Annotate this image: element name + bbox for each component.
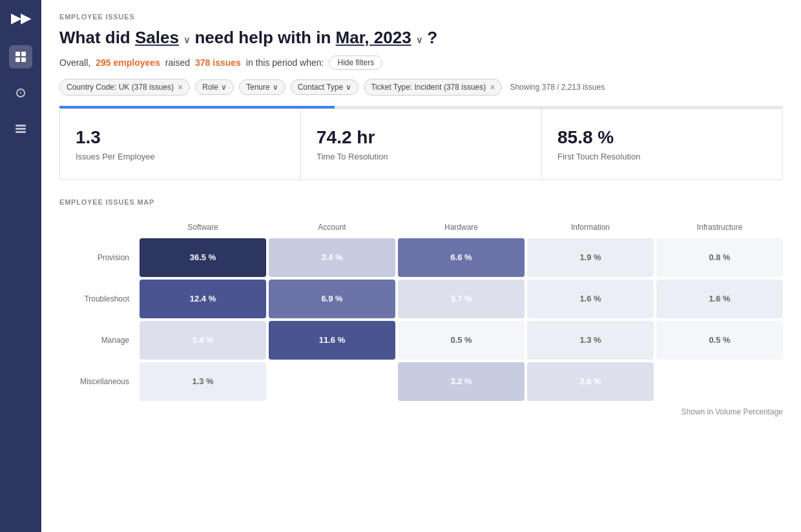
- kpi-row: 1.3 Issues Per Employee 74.2 hr Time To …: [59, 108, 783, 180]
- kpi-time-to-resolution: 74.2 hr Time To Resolution: [301, 109, 542, 179]
- kpi-label-1: Issues Per Employee: [76, 152, 285, 161]
- tenure-dropdown-icon: ∨: [273, 83, 278, 92]
- heatmap-section: EMPLOYEE ISSUES MAP SoftwareAccountHardw…: [59, 198, 783, 416]
- sidebar: ▶▶: [0, 0, 41, 532]
- filter-country[interactable]: Country Code: UK (378 issues) ×: [59, 79, 190, 96]
- sidebar-item-gauge[interactable]: [9, 81, 32, 105]
- title-entity[interactable]: Sales: [135, 28, 179, 47]
- kpi-value-2: 74.2 hr: [317, 127, 526, 148]
- filter-contact-type-label: Contact Type: [298, 83, 344, 92]
- entity-dropdown-icon[interactable]: ∨: [183, 35, 190, 45]
- svg-rect-1: [21, 52, 26, 56]
- logo-icon: ▶▶: [11, 10, 30, 26]
- kpi-issues-per-employee: 1.3 Issues Per Employee: [60, 109, 301, 179]
- svg-rect-4: [16, 125, 26, 127]
- subtitle: Overall, 295 employees raised 378 issues…: [59, 56, 783, 70]
- heatmap-row-label-3: Miscellaneous: [59, 362, 137, 401]
- heatmap-cell-1-1[interactable]: 6.9 %: [269, 280, 395, 318]
- contact-type-dropdown-icon: ∨: [346, 83, 351, 92]
- kpi-value-3: 85.8 %: [557, 127, 767, 148]
- sidebar-item-table[interactable]: [9, 118, 32, 141]
- heatmap-cell-3-3[interactable]: 2.6 %: [527, 362, 654, 401]
- heatmap-cell-1-0[interactable]: 12.4 %: [140, 280, 266, 318]
- title-mid: need help with in: [194, 28, 335, 47]
- heatmap-row-label-2: Manage: [59, 321, 137, 360]
- svg-rect-0: [16, 52, 20, 56]
- filter-country-label: Country Code: UK (378 issues): [67, 83, 174, 92]
- date-dropdown-icon[interactable]: ∨: [416, 35, 422, 45]
- title-prefix: What did: [59, 28, 130, 47]
- title-suffix: ?: [427, 28, 437, 47]
- heatmap-cell-3-1[interactable]: [269, 362, 395, 401]
- filter-tenure[interactable]: Tenure ∨: [239, 79, 286, 95]
- heatmap-cell-2-3[interactable]: 1.3 %: [527, 321, 654, 360]
- filter-ticket-type-close[interactable]: ×: [490, 82, 495, 92]
- filter-tenure-label: Tenure: [246, 83, 270, 92]
- heatmap-col-header-0: Software: [140, 219, 266, 236]
- page-title: What did Sales ∨ need help with in Mar, …: [59, 27, 783, 49]
- subtitle-mid: raised: [165, 57, 190, 68]
- svg-rect-3: [21, 57, 26, 62]
- filter-ticket-type-label: Ticket Type: Incident (378 issues): [371, 83, 486, 92]
- heatmap-grid: SoftwareAccountHardwareInformationInfras…: [59, 219, 783, 401]
- kpi-label-3: First Touch Resolution: [557, 152, 767, 161]
- svg-rect-2: [16, 57, 20, 62]
- heatmap-cell-1-3[interactable]: 1.6 %: [527, 280, 654, 318]
- subtitle-suffix: in this period when:: [246, 57, 324, 68]
- heatmap-cell-0-3[interactable]: 1.9 %: [527, 238, 654, 277]
- main-content: EMPLOYEE ISSUES What did Sales ∨ need he…: [41, 0, 801, 532]
- title-date[interactable]: Mar, 2023: [336, 28, 411, 47]
- heatmap-cell-3-2[interactable]: 3.2 %: [398, 362, 525, 401]
- heatmap-cell-1-2[interactable]: 3.7 %: [398, 280, 525, 318]
- heatmap-cell-0-1[interactable]: 3.4 %: [269, 238, 395, 277]
- heatmap-footer-note: Shown in Volume Percentage: [59, 407, 783, 416]
- filter-country-close[interactable]: ×: [178, 82, 183, 92]
- subtitle-prefix: Overall,: [59, 57, 90, 68]
- filter-role-label: Role: [202, 83, 218, 92]
- svg-rect-5: [16, 128, 26, 130]
- filter-role[interactable]: Role ∨: [195, 79, 234, 95]
- section-label: EMPLOYEE ISSUES: [59, 13, 783, 21]
- hide-filters-button[interactable]: Hide filters: [329, 56, 382, 70]
- heatmap-cell-2-0[interactable]: 3.4 %: [140, 321, 266, 360]
- heatmap-title: EMPLOYEE ISSUES MAP: [59, 198, 783, 206]
- role-dropdown-icon: ∨: [221, 83, 227, 92]
- sidebar-item-grid[interactable]: [9, 45, 32, 68]
- heatmap-cell-0-2[interactable]: 6.6 %: [398, 238, 525, 277]
- employee-count: 295 employees: [96, 57, 160, 68]
- heatmap-cell-0-4[interactable]: 0.8 %: [656, 238, 783, 277]
- showing-count: Showing 378 / 2,213 issues: [510, 83, 605, 92]
- svg-rect-6: [16, 131, 26, 133]
- heatmap-cell-2-4[interactable]: 0.5 %: [656, 321, 783, 360]
- heatmap-cell-1-4[interactable]: 1.6 %: [656, 280, 783, 318]
- heatmap-col-header-1: Account: [269, 219, 395, 236]
- issues-count: 378 issues: [195, 57, 241, 68]
- filter-row: Country Code: UK (378 issues) × Role ∨ T…: [59, 79, 783, 96]
- heatmap-row-label-0: Provision: [59, 238, 137, 277]
- filter-contact-type[interactable]: Contact Type ∨: [291, 79, 359, 95]
- heatmap-row-spacer: [59, 219, 137, 236]
- kpi-first-touch-resolution: 85.8 % First Touch Resolution: [542, 109, 782, 179]
- filter-ticket-type[interactable]: Ticket Type: Incident (378 issues) ×: [364, 79, 502, 96]
- heatmap-cell-0-0[interactable]: 36.5 %: [140, 238, 266, 277]
- heatmap-cell-3-0[interactable]: 1.3 %: [140, 362, 266, 401]
- heatmap-col-header-2: Hardware: [398, 219, 525, 236]
- heatmap-cell-2-2[interactable]: 0.5 %: [398, 321, 525, 360]
- kpi-value-1: 1.3: [76, 127, 285, 148]
- heatmap-cell-2-1[interactable]: 11.6 %: [269, 321, 395, 360]
- heatmap-cell-3-4[interactable]: [656, 362, 783, 401]
- kpi-label-2: Time To Resolution: [317, 152, 526, 161]
- heatmap-col-header-3: Information: [527, 219, 654, 236]
- heatmap-col-header-4: Infrastructure: [656, 219, 783, 236]
- heatmap-row-label-1: Troubleshoot: [59, 280, 137, 318]
